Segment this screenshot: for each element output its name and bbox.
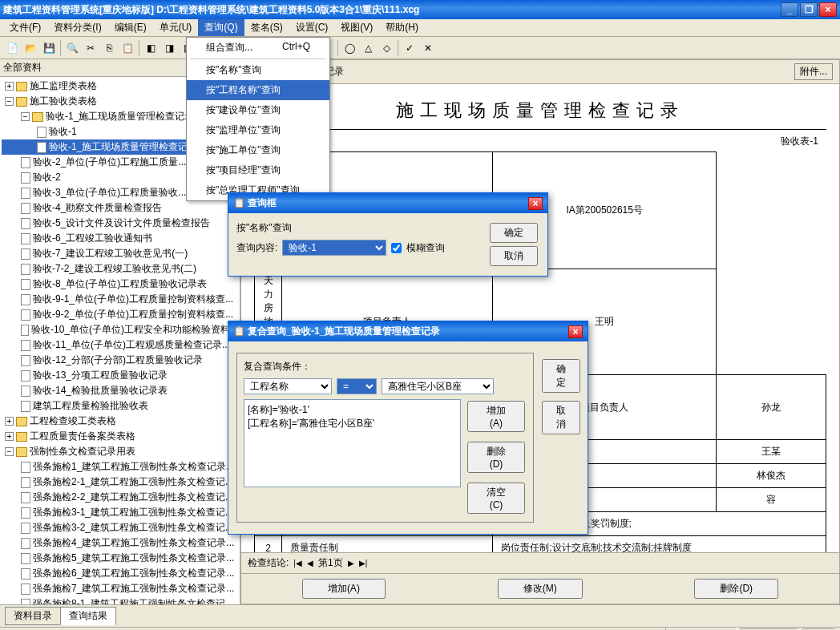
list-item[interactable]: [工程名称]='高雅住宅小区B座' — [248, 417, 457, 430]
menu-settings[interactable]: 设置(C) — [289, 19, 335, 36]
tree-node[interactable]: 强条施检3-2_建筑工程施工强制性条文检查记... — [2, 520, 238, 535]
value-select[interactable]: 高雅住宅小区B座 — [382, 378, 494, 394]
dialog-close-icon[interactable]: × — [568, 325, 583, 338]
menu-view[interactable]: 视图(V) — [334, 19, 379, 36]
tree-node[interactable]: 强条施检8-1_建筑工程施工强制性条文检查记... — [2, 596, 238, 604]
op-select[interactable]: = — [337, 378, 377, 394]
tree-node-root4[interactable]: +工程质量责任备案类表格 — [2, 429, 238, 444]
cancel-button[interactable]: 取消 — [542, 401, 580, 434]
compound-query-dialog[interactable]: 📋 复合查询_验收-1_施工现场质量管理检查记录× 复合查询条件： 工程名称 =… — [228, 321, 588, 535]
query-dropdown[interactable]: 组合查询...Ctrl+Q 按"名称"查询 按"工程名称"查询 按"建设单位"查… — [186, 37, 330, 201]
tb-i11-icon[interactable]: ◯ — [341, 39, 358, 57]
fuzzy-checkbox[interactable] — [391, 243, 402, 253]
tree-node[interactable]: 验收-6_工程竣工验收通知书 — [2, 231, 238, 246]
tab-catalog[interactable]: 资料目录 — [5, 607, 61, 625]
delete-button[interactable]: 删除(D) — [694, 579, 778, 599]
menu-item-selected[interactable]: 按"工程名称"查询 — [187, 80, 329, 100]
ok-button[interactable]: 确定 — [490, 223, 538, 243]
doc-icon — [21, 538, 30, 549]
menu-unit[interactable]: 单元(U) — [153, 19, 199, 36]
menu-file[interactable]: 文件(F) — [3, 19, 47, 36]
tree-node-root3[interactable]: +工程检查竣工类表格 — [2, 414, 238, 429]
table-row[interactable]: 2质量责任制岗位责任制;设计交底制;技术交流制;挂牌制度 — [255, 536, 826, 553]
first-page-icon[interactable]: |◀ — [293, 559, 302, 567]
tree-node[interactable]: 验收-4_勘察文件质量检查报告 — [2, 200, 238, 216]
tb-i13-icon[interactable]: ◇ — [378, 39, 395, 57]
list-item[interactable]: [名称]='验收-1' — [248, 403, 457, 417]
tree-node[interactable]: 验收-14_检验批质量验收记录表 — [2, 383, 238, 398]
pager-label: 检查结论: — [248, 556, 289, 570]
tab-results[interactable]: 查询结果 — [60, 607, 116, 625]
last-page-icon[interactable]: ▶| — [359, 559, 368, 567]
doc-icon — [21, 386, 30, 397]
criteria-list[interactable]: [名称]='验收-1' [工程名称]='高雅住宅小区B座' — [244, 399, 461, 487]
menu-query[interactable]: 查询(Q) — [198, 19, 244, 36]
tb-i12-icon[interactable]: △ — [359, 39, 377, 57]
tree-node[interactable]: 验收-13_分项工程质量验收记录 — [2, 368, 238, 383]
dialog-close-icon[interactable]: × — [528, 197, 543, 210]
tree-node[interactable]: 验收-8_单位(子单位)工程质量验收记录表 — [2, 277, 238, 292]
del-criteria-button[interactable]: 删除(D) — [467, 442, 524, 473]
tree-node[interactable]: 强条施检2-2_建筑工程施工强制性条文检查记... — [2, 490, 238, 505]
tb-copy-icon[interactable]: ⎘ — [100, 39, 118, 57]
clear-criteria-button[interactable]: 清空(C) — [467, 483, 524, 514]
menu-item[interactable]: 按"建设单位"查询 — [187, 100, 329, 120]
close-button[interactable]: × — [819, 2, 837, 17]
add-criteria-button[interactable]: 增加(A) — [467, 401, 524, 432]
tb-find-icon[interactable]: 🔍 — [63, 39, 81, 57]
attach-button[interactable]: 附件... — [794, 63, 833, 80]
tb-cut-icon[interactable]: ✂ — [82, 39, 99, 57]
maximize-button[interactable]: ❐ — [800, 2, 818, 17]
menu-item[interactable]: 按"监理单位"查询 — [187, 120, 329, 140]
add-button[interactable]: 增加(A) — [302, 579, 386, 599]
tree-node[interactable]: 强条施检6_建筑工程施工强制性条文检查记录... — [2, 566, 238, 581]
cancel-button[interactable]: 取消 — [490, 246, 538, 266]
tree-node[interactable]: 验收-12_分部(子分部)工程质量验收记录 — [2, 353, 238, 368]
menu-item[interactable]: 按"项目经理"查询 — [187, 160, 329, 180]
tree-node[interactable]: 建筑工程质量检验批验收表 — [2, 398, 238, 414]
menu-help[interactable]: 帮助(H) — [379, 19, 425, 36]
tree-node[interactable]: 验收-7_建设工程竣工验收意见书(一) — [2, 246, 238, 261]
query-value-select[interactable]: 验收-1 — [282, 240, 386, 256]
doc-icon — [21, 553, 30, 564]
tb-open-icon[interactable]: 📂 — [22, 39, 39, 57]
field-select[interactable]: 工程名称 — [244, 378, 332, 394]
tb-check-icon[interactable]: ✓ — [401, 39, 418, 57]
tb-i1-icon[interactable]: ◧ — [142, 39, 160, 57]
tree-node[interactable]: 强条施检1_建筑工程施工强制性条文检查记录... — [2, 459, 238, 475]
modify-button[interactable]: 修改(M) — [498, 579, 583, 599]
query-dialog[interactable]: 📋 查询框× 按"名称"查询 查询内容: 验收-1 模糊查询 确定 取消 — [228, 192, 548, 277]
next-page-icon[interactable]: ▶ — [348, 559, 354, 567]
menu-item[interactable]: 按"施工单位"查询 — [187, 140, 329, 160]
menu-sign[interactable]: 签名(S) — [244, 19, 289, 36]
tb-i2-icon[interactable]: ◨ — [160, 39, 178, 57]
tb-x-icon[interactable]: ✕ — [419, 39, 437, 57]
tree-node[interactable]: 验收-11_单位(子单位)工程观感质量检查记录... — [2, 337, 238, 353]
doc-icon — [21, 568, 30, 580]
prev-page-icon[interactable]: ◀ — [307, 559, 313, 567]
tree-node[interactable]: 强条施检3-1_建筑工程施工强制性条文检查记... — [2, 505, 238, 520]
ok-button[interactable]: 确定 — [542, 359, 580, 393]
tb-new-icon[interactable]: 📄 — [3, 39, 21, 57]
tree-node[interactable]: 强条施检5_建筑工程施工强制性条文检查记录... — [2, 551, 238, 566]
tree-node[interactable]: 验收-9-1_单位(子单位)工程质量控制资料核查... — [2, 292, 238, 307]
doc-icon — [21, 172, 30, 184]
tree-node[interactable]: 验收-10_单位(子单位)工程安全和功能检验资料... — [2, 322, 238, 337]
menu-edit[interactable]: 编辑(E) — [108, 19, 153, 36]
tb-paste-icon[interactable]: 📋 — [119, 39, 136, 57]
tree-node[interactable]: 验收-7-2_建设工程竣工验收意见书(二) — [2, 261, 238, 277]
tree-node[interactable]: 验收-5_设计文件及设计文件质量检查报告 — [2, 216, 238, 231]
doc-icon — [21, 584, 30, 595]
menu-item[interactable]: 组合查询...Ctrl+Q — [187, 38, 329, 58]
tree-node[interactable]: 验收-9-2_单位(子单位)工程质量控制资料核查... — [2, 307, 238, 322]
tree-node[interactable]: 强条施检2-1_建筑工程施工强制性条文检查记... — [2, 475, 238, 490]
tree-node-root5[interactable]: −强制性条文检查记录用表 — [2, 444, 238, 459]
tree-node[interactable]: 强条施检4_建筑工程施工强制性条文检查记录... — [2, 535, 238, 551]
doc-icon — [21, 157, 30, 168]
menu-item[interactable]: 按"名称"查询 — [187, 60, 329, 80]
doc-icon — [21, 462, 30, 473]
tree-node[interactable]: 强条施检7_建筑工程施工强制性条文检查记录... — [2, 581, 238, 596]
menu-data[interactable]: 资料分类(I) — [47, 19, 107, 36]
tb-disk-icon[interactable]: 💾 — [40, 39, 58, 57]
minimize-button[interactable]: _ — [781, 2, 798, 17]
